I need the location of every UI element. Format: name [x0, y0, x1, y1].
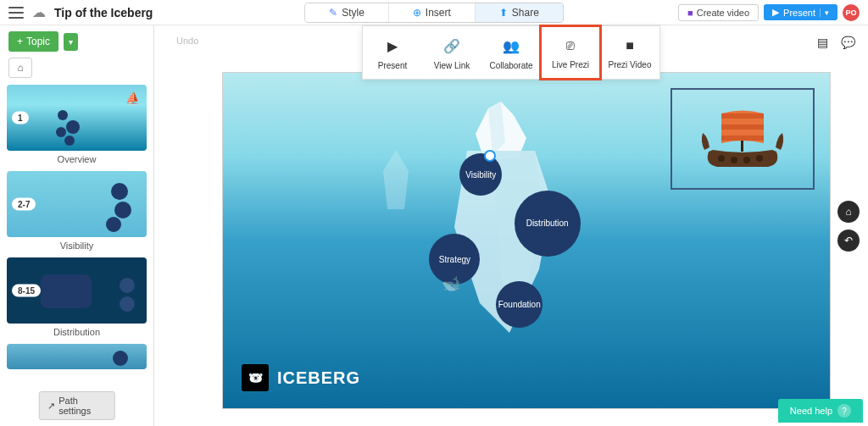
thumb-label: Overview: [7, 154, 147, 164]
logo-text: ICEBERG: [277, 368, 360, 388]
location-pin-icon[interactable]: [484, 150, 496, 162]
svg-point-7: [743, 157, 750, 163]
thumb-foundation[interactable]: [7, 344, 147, 369]
fish-icon: 🐋: [442, 274, 460, 293]
top-bar: ☁ Tip of the Iceberg ✎ Style ⊕ Insert ⬆ …: [0, 0, 868, 25]
zoom-home-button[interactable]: ⌂: [837, 201, 860, 223]
presentation-canvas[interactable]: Visibility Distribution Strategy Foundat…: [222, 72, 831, 409]
play-icon: ▶: [366, 38, 419, 54]
video-icon: ■: [687, 8, 693, 18]
bubble-distribution[interactable]: Distribution: [515, 191, 581, 257]
path-settings-label: Path settings: [58, 396, 106, 416]
bubble-visibility[interactable]: Visibility: [459, 153, 502, 196]
viking-ship-icon: [696, 101, 789, 177]
svg-rect-11: [721, 124, 764, 130]
path-settings-button[interactable]: ↗ Path settings: [38, 391, 115, 420]
share-collaborate-label: Collaborate: [489, 61, 532, 70]
thumb-badge: 8-15: [12, 285, 41, 297]
topic-dropdown[interactable]: ▾: [64, 33, 78, 51]
create-video-button[interactable]: ■ Create video: [678, 4, 759, 21]
share-prezi-video[interactable]: ■ Prezi Video: [600, 26, 659, 79]
notes-icon[interactable]: ▤: [817, 36, 832, 51]
thumb-distribution[interactable]: 8-15 Distribution: [7, 257, 147, 337]
canvas-tools: ▤ 💬: [817, 36, 856, 51]
tab-insert[interactable]: ⊕ Insert: [389, 3, 476, 22]
share-panel: ▶ Present 🔗 View Link 👥 Collaborate ⎚ Li…: [362, 25, 660, 80]
share-live-prezi-label: Live Prezi: [552, 60, 589, 69]
cast-icon: ⎚: [544, 38, 597, 53]
share-view-link[interactable]: 🔗 View Link: [422, 26, 481, 79]
share-present-label: Present: [378, 61, 407, 70]
tab-share[interactable]: ⬆ Share: [476, 3, 563, 22]
people-icon: 👥: [485, 38, 537, 54]
presentation-title: Tip of the Iceberg: [54, 6, 153, 19]
path-icon: ↗: [47, 401, 55, 412]
undo-button[interactable]: Undo: [176, 36, 198, 46]
comments-icon[interactable]: 💬: [841, 36, 856, 51]
user-avatar[interactable]: PO: [843, 4, 860, 21]
svg-point-6: [731, 157, 737, 163]
home-button[interactable]: ⌂: [8, 58, 32, 78]
tab-share-label: Share: [512, 7, 539, 19]
thumb-overview[interactable]: ⛵ 1 Overview: [7, 85, 147, 164]
canvas-float-buttons: ⌂ ↶: [837, 201, 860, 252]
zoom-back-button[interactable]: ↶: [837, 230, 860, 252]
add-topic-button[interactable]: + Topic: [8, 31, 58, 52]
thumb-visibility[interactable]: 2-7 Visibility: [7, 171, 147, 251]
share-icon: ⬆: [499, 7, 508, 19]
present-button[interactable]: ▶ Present ▾: [764, 4, 837, 20]
back-icon: ↶: [844, 235, 853, 246]
play-icon: ▶: [772, 7, 779, 18]
tab-style[interactable]: ✎ Style: [305, 3, 389, 22]
style-icon: ✎: [329, 7, 337, 19]
home-icon: ⌂: [845, 206, 851, 218]
ship-icon: ⛵: [125, 91, 140, 105]
svg-point-5: [718, 155, 725, 162]
tab-style-label: Style: [342, 7, 364, 19]
home-icon: ⌂: [17, 62, 23, 74]
help-icon: ?: [837, 404, 851, 418]
share-collaborate[interactable]: 👥 Collaborate: [481, 26, 541, 79]
tab-insert-label: Insert: [426, 7, 451, 19]
svg-point-8: [756, 155, 763, 162]
cloud-sync-icon[interactable]: ☁: [32, 4, 46, 20]
logo-badge: 🐻‍❄️: [242, 364, 269, 391]
thumb-badge: 2-7: [12, 198, 36, 211]
ship-frame[interactable]: [670, 88, 815, 190]
topic-label: Topic: [26, 36, 50, 47]
background-iceberg: [375, 150, 417, 218]
workspace: + Topic ▾ ⌂ ⛵ 1 Overview: [0, 25, 868, 426]
video-icon: ■: [604, 38, 656, 53]
need-help-label: Need help: [790, 406, 832, 416]
plus-icon: +: [17, 36, 23, 47]
mode-tabs: ✎ Style ⊕ Insert ⬆ Share: [304, 3, 564, 23]
thumb-badge: 1: [12, 112, 29, 124]
create-video-label: Create video: [697, 8, 749, 18]
present-dropdown-icon[interactable]: ▾: [820, 8, 829, 17]
svg-marker-0: [383, 150, 409, 209]
share-prezi-video-label: Prezi Video: [609, 60, 652, 69]
sidebar-top: + Topic ▾: [0, 25, 153, 58]
share-live-prezi[interactable]: ⎚ Live Prezi: [541, 26, 600, 79]
share-present[interactable]: ▶ Present: [363, 26, 422, 79]
present-label: Present: [783, 8, 815, 18]
insert-icon: ⊕: [413, 7, 421, 19]
bubble-foundation[interactable]: Foundation: [496, 281, 542, 328]
slide-thumbnails: ⛵ 1 Overview 2-7 Visibility: [0, 85, 153, 426]
svg-rect-10: [721, 113, 764, 119]
sidebar: + Topic ▾ ⌂ ⛵ 1 Overview: [0, 25, 154, 426]
logo-area: 🐻‍❄️ ICEBERG: [242, 364, 360, 391]
share-view-link-label: View Link: [434, 61, 470, 70]
thumb-label: Visibility: [7, 241, 147, 251]
thumb-label: Distribution: [7, 327, 147, 337]
menu-icon[interactable]: [8, 7, 24, 19]
canvas-area: Undo ▤ 💬 ▶ Present 🔗 View Link 👥 Collabo…: [154, 25, 868, 426]
topbar-right: ■ Create video ▶ Present ▾ PO: [678, 4, 860, 21]
link-icon: 🔗: [426, 38, 478, 54]
need-help-button[interactable]: Need help ?: [778, 399, 863, 423]
svg-rect-12: [721, 136, 764, 141]
